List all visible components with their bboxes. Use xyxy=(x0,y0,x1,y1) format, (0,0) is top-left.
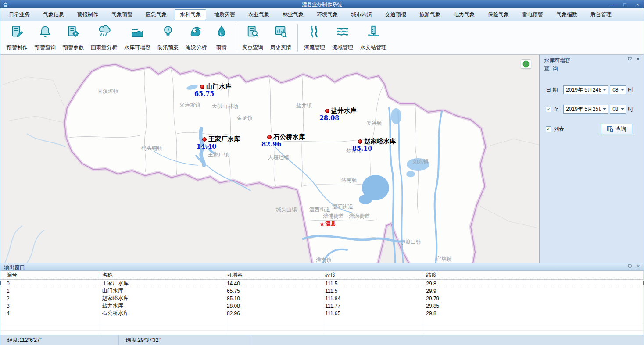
reservoir-capacity-value: 28.08 xyxy=(319,114,339,121)
table-row[interactable]: 3盐井水库28.08111.7729.85 xyxy=(0,302,644,309)
table-cell: 65.75 xyxy=(225,287,323,295)
column-header-纬度[interactable]: 纬度 xyxy=(424,271,644,280)
date-from-select[interactable]: 2019年 5月24日 xyxy=(563,85,608,94)
table-cell: 3 xyxy=(0,302,100,309)
chevron-down-icon xyxy=(601,86,608,94)
table-row-empty xyxy=(0,324,644,330)
menu-item-雷电预警[interactable]: 雷电预警 xyxy=(517,9,548,20)
table-row[interactable]: 2赵家峪水库85.10111.8429.79 xyxy=(0,295,644,302)
table-row-empty xyxy=(0,317,644,324)
list-checkbox[interactable] xyxy=(546,126,551,132)
date-to-select[interactable]: 2019年 5月25日 xyxy=(563,105,608,114)
hour-from-select[interactable]: 08 xyxy=(610,85,626,94)
tool-预警制作[interactable]: 预警制作 xyxy=(3,22,31,53)
tool-历史灾情[interactable]: 历史灾情 xyxy=(267,22,295,53)
menu-item-后台管理[interactable]: 后台管理 xyxy=(585,9,617,20)
latitude-status: 纬度:29°37'32" xyxy=(119,335,250,345)
table-row[interactable]: 1山门水库65.75111.529.9 xyxy=(0,287,644,295)
table-cell: 111.77 xyxy=(323,302,424,309)
menu-item-地质灾害[interactable]: 地质灾害 xyxy=(209,9,240,20)
tool-防汛预案[interactable]: 防汛预案 xyxy=(154,22,182,53)
output-panel: 输出窗口 × 编号名称可增容经度纬度 0王家厂水库14.40111.529.81… xyxy=(0,263,644,335)
table-cell: 赵家峪水库 xyxy=(100,295,225,302)
list-label: 列表 xyxy=(554,125,564,133)
menu-item-气象信息[interactable]: 气象信息 xyxy=(38,9,69,20)
tool-label: 水文站管理 xyxy=(360,44,386,51)
output-table-head: 编号名称可增容经度纬度 xyxy=(0,271,644,280)
tool-灾点查询[interactable]: 灾点查询 xyxy=(239,22,267,53)
table-cell: 111.65 xyxy=(323,309,424,317)
tool-河流管理[interactable]: 河流管理 xyxy=(301,22,329,53)
close-button[interactable]: × xyxy=(634,1,641,8)
zoom-plus-icon xyxy=(522,60,530,68)
doc-gear-icon xyxy=(66,24,80,39)
app-icon xyxy=(3,2,8,7)
table-cell: 1 xyxy=(0,287,100,295)
toolbar-separator xyxy=(236,24,236,52)
tool-水文站管理[interactable]: 水文站管理 xyxy=(357,22,390,53)
longitude-status: 经度:112°6'27" xyxy=(0,335,119,345)
table-cell: 4 xyxy=(0,309,100,317)
chevron-down-icon xyxy=(619,105,626,113)
status-bar: 经度:112°6'27" 纬度:29°37'32" xyxy=(0,335,644,345)
minimize-button[interactable]: – xyxy=(608,1,615,8)
column-header-编号[interactable]: 编号 xyxy=(0,271,100,280)
tool-雨情[interactable]: 雨情 xyxy=(210,22,233,53)
table-cell: 盐井水库 xyxy=(100,302,225,309)
menu-bar: 日常业务气象信息预报制作气象预警应急气象水利气象地质灾害农业气象林业气象环境气象… xyxy=(0,8,644,21)
column-header-名称[interactable]: 名称 xyxy=(100,271,225,280)
table-cell: 石公桥水库 xyxy=(100,309,225,317)
doc-edit-icon xyxy=(10,24,24,39)
pin-icon[interactable] xyxy=(627,57,633,62)
to-checkbox-group: 至 xyxy=(546,106,563,113)
menu-item-气象预警[interactable]: 气象预警 xyxy=(106,9,138,20)
pin-icon[interactable] xyxy=(627,264,633,270)
tool-预警查询[interactable]: 预警查询 xyxy=(31,22,59,53)
panel-title: 水库可增容 xyxy=(544,57,640,64)
menu-item-林业气象[interactable]: 林业气象 xyxy=(277,9,309,20)
date-to-row: 至 2019年 5月25日 08 时 xyxy=(546,105,644,114)
menu-item-应急气象[interactable]: 应急气象 xyxy=(140,9,172,20)
table-cell: 29.79 xyxy=(424,295,644,302)
menu-item-气象指数[interactable]: 气象指数 xyxy=(551,9,583,20)
tool-面雨量分析[interactable]: 面雨量分析 xyxy=(87,22,121,53)
maximize-button[interactable]: □ xyxy=(621,1,628,8)
column-header-经度[interactable]: 经度 xyxy=(323,271,424,280)
table-row[interactable]: 4石公桥水库82.96111.6529.8 xyxy=(0,309,644,317)
table-cell: 山门水库 xyxy=(100,287,225,295)
reservoir-capacity-value: 65.75 xyxy=(194,90,214,97)
output-body: 编号名称可增容经度纬度 0王家厂水库14.40111.529.81山门水库65.… xyxy=(0,271,644,335)
tool-label: 防汛预案 xyxy=(157,44,179,51)
column-header-可增容[interactable]: 可增容 xyxy=(225,271,323,280)
tool-水库可增容[interactable]: 水库可增容 xyxy=(121,22,154,53)
table-row[interactable]: 0王家厂水库14.40111.529.8 xyxy=(0,280,644,288)
to-checkbox[interactable] xyxy=(546,107,551,112)
reservoir-capacity-value: 85.10 xyxy=(352,145,372,152)
tool-预警参数[interactable]: 预警参数 xyxy=(59,22,87,53)
menu-item-电力气象[interactable]: 电力气象 xyxy=(448,9,480,20)
map-zoom-button[interactable] xyxy=(521,59,531,69)
table-cell: 82.96 xyxy=(225,309,323,317)
menu-item-旅游气象[interactable]: 旅游气象 xyxy=(414,9,446,20)
query-button[interactable]: 查询 xyxy=(601,124,632,134)
river-icon xyxy=(308,24,322,39)
reservoir-dot-icon xyxy=(200,85,204,89)
menu-item-农业气象[interactable]: 农业气象 xyxy=(243,9,275,20)
menu-item-交通预报[interactable]: 交通预报 xyxy=(380,9,411,20)
menu-item-城市内涝[interactable]: 城市内涝 xyxy=(346,9,377,20)
menu-item-水利气象[interactable]: 水利气象 xyxy=(175,9,206,20)
panel-close-icon[interactable]: × xyxy=(635,57,641,62)
tool-淹没分析[interactable]: 淹没分析 xyxy=(182,22,210,53)
menu-item-日常业务[interactable]: 日常业务 xyxy=(4,9,35,20)
cloud-rain-icon xyxy=(97,24,111,39)
map-canvas[interactable]: 甘溪滩镇火连坡镇天供山林场金罗镇盐井镇复兴镇码头铺镇王家厂镇梦溪镇大堰垱镇如东镇… xyxy=(0,55,540,263)
hour-to-select[interactable]: 08 xyxy=(610,105,626,114)
output-close-icon[interactable]: × xyxy=(635,264,641,270)
table-cell: 28.08 xyxy=(225,302,323,309)
tool-流域管理[interactable]: 流域管理 xyxy=(329,22,357,53)
bell-icon xyxy=(38,24,52,39)
menu-item-保险气象[interactable]: 保险气象 xyxy=(483,9,514,20)
menu-item-预报制作[interactable]: 预报制作 xyxy=(72,9,104,20)
menu-item-环境气象[interactable]: 环境气象 xyxy=(311,9,343,20)
tool-label: 灾点查询 xyxy=(242,44,263,51)
